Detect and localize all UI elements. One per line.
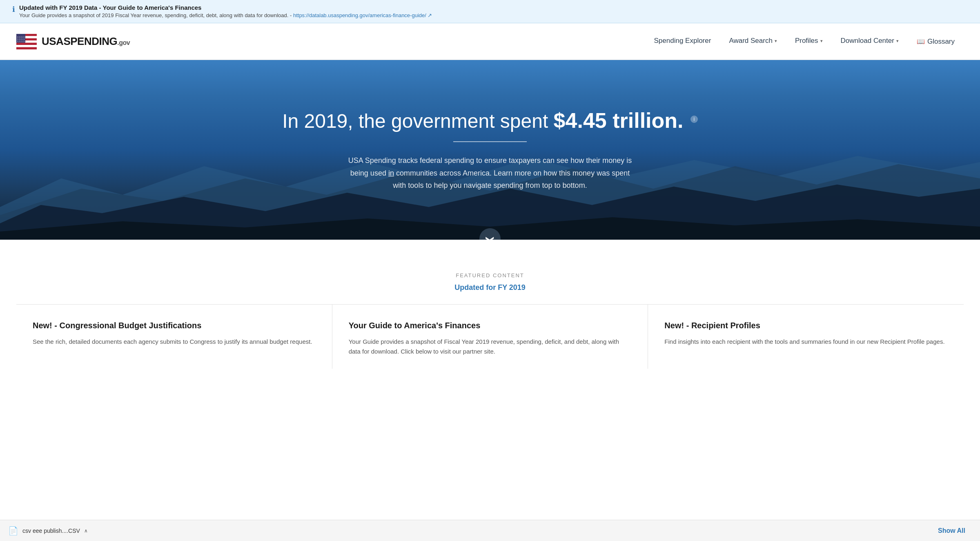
announcement-banner: ℹ Updated with FY 2019 Data - Your Guide… bbox=[0, 0, 980, 23]
svg-rect-7 bbox=[16, 47, 37, 49]
hero-subtext: USA Spending tracks federal spending to … bbox=[347, 154, 633, 192]
card-1-desc: See the rich, detailed documents each ag… bbox=[33, 337, 316, 347]
banner-desc-text: Your Guide provides a snapshot of 2019 F… bbox=[19, 12, 292, 18]
nav-download-center-label: Download Center bbox=[841, 37, 894, 45]
external-link-icon: ↗ bbox=[428, 12, 432, 18]
logo-text-group: USASPENDING.gov bbox=[42, 35, 130, 48]
logo-spending: SPENDING bbox=[63, 35, 117, 47]
flag-logo: ★ ★ ★ ★ ★ ★ ★ ★ ★ ★ ★ ★ bbox=[16, 34, 37, 49]
svg-rect-5 bbox=[16, 42, 37, 45]
logo-gov: .gov bbox=[117, 39, 130, 46]
nav-spending-explorer[interactable]: Spending Explorer bbox=[645, 23, 720, 60]
profiles-chevron-icon: ▾ bbox=[820, 38, 823, 44]
card-1-title: New! - Congressional Budget Justificatio… bbox=[33, 321, 316, 330]
hero-divider bbox=[453, 141, 527, 142]
hero-info-icon[interactable]: i bbox=[690, 116, 698, 123]
in-communities-link[interactable]: in bbox=[388, 169, 394, 177]
featured-cards: New! - Congressional Budget Justificatio… bbox=[16, 304, 964, 369]
hero-headline-prefix: In 2019, the government spent bbox=[282, 110, 553, 132]
hero-content: In 2019, the government spent $4.45 tril… bbox=[266, 108, 714, 192]
chevron-down-icon: ❯ bbox=[485, 236, 495, 240]
nav-award-search-label: Award Search bbox=[729, 37, 772, 45]
svg-rect-6 bbox=[16, 45, 37, 47]
site-header: ★ ★ ★ ★ ★ ★ ★ ★ ★ ★ ★ ★ USASPENDING.gov … bbox=[0, 23, 980, 60]
hero-section: In 2019, the government spent $4.45 tril… bbox=[0, 60, 980, 240]
card-recipient-profiles: New! - Recipient Profiles Find insights … bbox=[648, 305, 964, 369]
svg-text:★ ★ ★ ★: ★ ★ ★ ★ bbox=[17, 40, 25, 42]
nav-glossary[interactable]: 📖 Glossary bbox=[908, 23, 964, 60]
banner-link[interactable]: https://datalab.usaspending.gov/americas… bbox=[293, 12, 432, 18]
card-americas-finances: Your Guide to America's Finances Your Gu… bbox=[332, 305, 648, 369]
nav-download-center[interactable]: Download Center ▾ bbox=[832, 23, 908, 60]
featured-section: FEATURED CONTENT Updated for FY 2019 New… bbox=[0, 240, 980, 385]
hero-headline-amount: $4.45 trillion. bbox=[554, 109, 684, 132]
banner-title: Updated with FY 2019 Data - Your Guide t… bbox=[19, 4, 201, 11]
main-nav: Spending Explorer Award Search ▾ Profile… bbox=[645, 23, 964, 60]
banner-link-text: https://datalab.usaspending.gov/americas… bbox=[293, 12, 426, 18]
banner-text-content: Updated with FY 2019 Data - Your Guide t… bbox=[19, 4, 432, 19]
card-congressional-budget: New! - Congressional Budget Justificatio… bbox=[16, 305, 332, 369]
download-center-chevron-icon: ▾ bbox=[896, 38, 899, 44]
book-icon: 📖 bbox=[917, 38, 925, 45]
award-search-chevron-icon: ▾ bbox=[775, 38, 777, 44]
nav-profiles[interactable]: Profiles ▾ bbox=[786, 23, 832, 60]
card-2-title: Your Guide to America's Finances bbox=[349, 321, 632, 330]
card-3-desc: Find insights into each recipient with t… bbox=[664, 337, 947, 347]
card-2-desc: Your Guide provides a snapshot of Fiscal… bbox=[349, 337, 632, 356]
nav-spending-explorer-label: Spending Explorer bbox=[654, 37, 711, 45]
featured-label: FEATURED CONTENT bbox=[16, 272, 964, 278]
hero-headline: In 2019, the government spent $4.45 tril… bbox=[282, 108, 698, 133]
nav-glossary-label: Glossary bbox=[927, 38, 955, 46]
site-logo[interactable]: ★ ★ ★ ★ ★ ★ ★ ★ ★ ★ ★ ★ USASPENDING.gov bbox=[16, 34, 130, 49]
featured-subtitle: Updated for FY 2019 bbox=[16, 283, 964, 292]
logo-usa-text: USASPENDING.gov bbox=[42, 35, 130, 47]
logo-usa: USA bbox=[42, 35, 63, 47]
nav-award-search[interactable]: Award Search ▾ bbox=[720, 23, 786, 60]
card-3-title: New! - Recipient Profiles bbox=[664, 321, 947, 330]
nav-profiles-label: Profiles bbox=[795, 37, 818, 45]
info-icon: ℹ bbox=[12, 5, 15, 14]
banner-description: Your Guide provides a snapshot of 2019 F… bbox=[19, 12, 432, 18]
